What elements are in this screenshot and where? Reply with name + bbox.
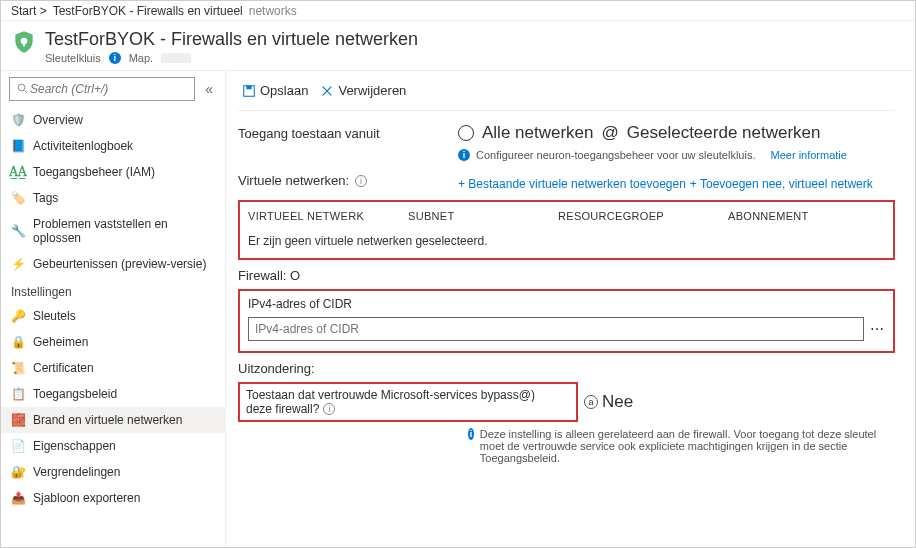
radio-selected-label: Geselecteerde netwerken [627,123,821,143]
radio-all-networks[interactable] [458,125,474,141]
search-input[interactable] [30,82,188,96]
access-from-label: Toegang toestaan vanuit [238,126,438,141]
sidebar-item-events[interactable]: ⚡Gebeurtenissen (preview-versie) [1,251,225,277]
exception-answer: Nee [602,392,633,412]
sidebar-item-props[interactable]: 📄Eigenschappen [1,433,225,459]
sidebar-item-activity[interactable]: 📘Activiteitenlogboek [1,133,225,159]
add-existing-vnet-link[interactable]: + Bestaande virtuele netwerken toevoegen [458,177,686,191]
content: Opslaan Verwijderen Toegang toestaan van… [226,71,915,548]
col-sub: ABONNEMENT [728,210,848,222]
sidebar-item-access[interactable]: 📋Toegangsbeleid [1,381,225,407]
vnet-table-header: VIRTUEEL NETWERK SUBNET RESOURCEGROEP AB… [248,208,885,230]
info-icon[interactable]: i [355,175,367,187]
vnet-table-highlight: VIRTUEEL NETWERK SUBNET RESOURCEGROEP AB… [238,200,895,260]
svg-rect-5 [246,85,251,89]
ip-section-highlight: IPv4-adres of CIDR ⋯ [238,289,895,353]
access-icon: 📋 [11,387,25,401]
page-header: TestForBYOK - Firewalls en virtuele netw… [1,21,915,71]
vnet-empty-text: Er zijn geen virtuele netwerken geselect… [248,230,885,252]
access-radio-group: Alle netwerken @ Geselecteerde netwerken [458,123,821,143]
breadcrumb-start: Start > [11,4,47,18]
breadcrumb-tail: networks [249,4,297,18]
search-box[interactable] [9,77,195,101]
svg-line-3 [25,91,28,94]
radio-all-label: Alle netwerken [482,123,594,143]
events-icon: ⚡ [11,257,25,271]
exception-text-1: Toestaan dat vertrouwde Microsoft-servic… [246,388,535,402]
sidebar-item-diagnose[interactable]: 🔧Problemen vaststellen en oplossen [1,211,225,251]
vnet-title: Virtuele netwerken: i [238,173,438,188]
discard-button[interactable]: Verwijderen [316,81,410,100]
export-icon: 📤 [11,491,25,505]
tags-icon: 🏷️ [11,191,25,205]
breadcrumb: Start > TestForBYOK - Firewalls en virtu… [1,1,915,21]
sidebar-item-certs[interactable]: 📜Certificaten [1,355,225,381]
sidebar-item-export[interactable]: 📤Sjabloon exporteren [1,485,225,511]
firewall-icon: 🧱 [11,413,25,427]
close-icon [320,84,334,98]
ip-more-button[interactable]: ⋯ [870,321,885,337]
props-icon: 📄 [11,439,25,453]
collapse-sidebar-button[interactable]: « [201,81,217,97]
configure-note: Configureer neuron-toegangsbeheer voor u… [476,149,755,161]
col-vnet: VIRTUEEL NETWERK [248,210,408,222]
sidebar-item-firewall[interactable]: 🧱Brand en virtuele netwerken [1,407,225,433]
info-icon: i [468,428,474,440]
nav-group-settings: Instellingen [1,277,225,303]
col-rg: RESOURCEGROEP [558,210,728,222]
at-symbol: @ [602,123,619,143]
info-icon[interactable]: i [323,403,335,415]
info-icon: i [458,149,470,161]
sidebar-item-keys[interactable]: 🔑Sleutels [1,303,225,329]
locks-icon: 🔐 [11,465,25,479]
ip-label: IPv4-adres of CIDR [248,297,885,311]
footer-note: Deze instelling is alleen gerelateerd aa… [480,428,895,464]
save-button[interactable]: Opslaan [238,81,312,100]
sidebar-item-overview[interactable]: 🛡️Overview [1,107,225,133]
search-icon [16,82,30,96]
exception-highlight: Toestaan dat vertrouwde Microsoft-servic… [238,382,578,422]
secrets-icon: 🔒 [11,335,25,349]
exception-text-2: deze firewall? [246,402,319,416]
keyvault-icon [11,29,37,55]
toolbar: Opslaan Verwijderen [238,77,895,111]
breadcrumb-item[interactable]: TestForBYOK - Firewalls en virtueel [53,4,243,18]
redacted-block [161,53,191,63]
sidebar-item-secrets[interactable]: 🔒Geheimen [1,329,225,355]
svg-point-2 [18,84,25,91]
add-new-vnet-link[interactable]: + Toevoegen nee, virtueel netwerk [690,177,873,191]
firewall-title: Firewall: O [238,268,895,283]
page-title: TestForBYOK - Firewalls en virtuele netw… [45,29,418,50]
exception-title: Uitzondering: [238,361,895,376]
iam-icon: A̲A̲ [11,165,25,179]
sidebar-item-tags[interactable]: 🏷️Tags [1,185,225,211]
keys-icon: 🔑 [11,309,25,323]
col-subnet: SUBNET [408,210,558,222]
svg-rect-1 [23,42,25,46]
save-icon [242,84,256,98]
nav: 🛡️Overview 📘Activiteitenlogboek A̲A̲Toeg… [1,107,225,511]
sidebar-item-iam[interactable]: A̲A̲Toegangsbeheer (IAM) [1,159,225,185]
diagnose-icon: 🔧 [11,224,25,238]
resource-type: Sleutelkluis [45,52,101,64]
overview-icon: 🛡️ [11,113,25,127]
info-icon[interactable]: i [109,52,121,64]
map-label[interactable]: Map. [129,52,153,64]
ip-input[interactable] [248,317,864,341]
activity-icon: 📘 [11,139,25,153]
annotation-a-icon: a [584,395,598,409]
more-info-link[interactable]: Meer informatie [771,149,847,161]
sidebar: « 🛡️Overview 📘Activiteitenlogboek A̲A̲To… [1,71,226,548]
certs-icon: 📜 [11,361,25,375]
sidebar-item-locks[interactable]: 🔐Vergrendelingen [1,459,225,485]
